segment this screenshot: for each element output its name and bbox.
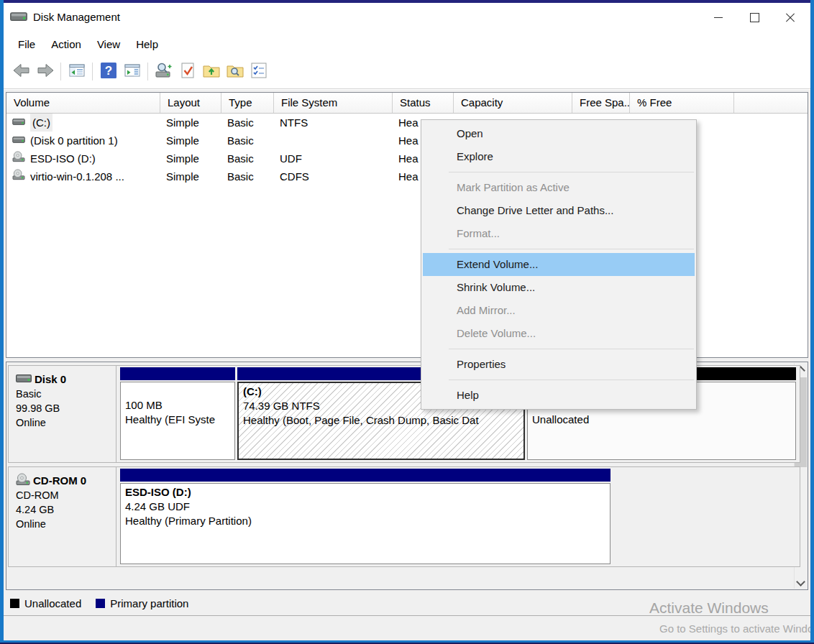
window-border-right [810,0,814,644]
context-menu-item-mark-partition-as-active: Mark Partition as Active [423,176,695,199]
menubar-item-help[interactable]: Help [128,35,166,53]
context-menu-item-change-drive-letter-and-paths[interactable]: Change Drive Letter and Paths... [423,199,695,222]
toolbar-button-rescan-disks[interactable] [152,61,175,83]
cell: Simple [160,132,221,150]
status-bar [4,615,810,641]
context-menu-item-add-mirror: Add Mirror... [423,299,695,322]
disk-attribute: Online [16,517,116,531]
disk-icon [16,372,32,387]
toolbar-separator [147,63,148,80]
legend: UnallocatedPrimary partition [10,597,188,610]
volume-name: virtio-win-0.1.208 ... [30,167,124,185]
cell: Basic [221,132,274,150]
window-controls [700,3,808,32]
toolbar-button-help[interactable]: ? [96,61,120,83]
toolbar-button-checklist[interactable] [247,61,270,83]
column-header-capacity[interactable]: Capacity [454,93,572,113]
toolbar-button-folder-up[interactable] [199,61,223,83]
toolbar-separator [92,63,93,80]
toolbar-button-console-tree[interactable] [65,61,88,83]
legend-color-swatch [10,599,19,608]
help-icon: ? [99,62,118,82]
partition-size: 4.24 GB UDF [125,500,605,514]
partition-type-bar [120,469,610,482]
disk-info-panel[interactable]: CD-ROM 0CD-ROM4.24 GBOnline [9,467,116,566]
cell: NTFS [274,114,393,132]
legend-item-primary-partition: Primary partition [96,597,188,610]
context-menu-item-open[interactable]: Open [423,122,695,145]
column-header-file-system[interactable]: File System [274,93,393,113]
context-menu-separator [449,380,694,380]
menubar-item-view[interactable]: View [89,35,128,53]
window-border-top [0,0,814,3]
toolbar-button-forward[interactable] [33,61,57,83]
partition-body: 100 MBHealthy (EFI Syste [120,382,235,460]
disk-name-text: Disk 0 [35,373,66,385]
column-header-type[interactable]: Type [221,93,274,113]
column-header-status[interactable]: Status [393,93,454,113]
cell: (C:) [6,114,160,132]
context-menu: OpenExploreMark Partition as ActiveChang… [421,119,697,410]
cell: ESD-ISO (D:) [6,150,160,167]
context-menu-item-shrink-volume[interactable]: Shrink Volume... [423,276,695,299]
partition-region[interactable]: ESD-ISO (D:)4.24 GB UDFHealthy (Primary … [120,469,610,565]
disk-info-panel[interactable]: Disk 0Basic99.98 GBOnline [9,366,116,462]
cell: UDF [274,150,393,167]
minimize-button[interactable] [700,3,736,32]
close-button[interactable] [772,3,808,32]
disk-name: Disk 0 [16,372,116,387]
menubar-item-file[interactable]: File [10,35,43,53]
toolbar-button-check-document[interactable] [175,61,199,83]
chevron-down-icon [796,577,805,586]
disk-icon [12,114,25,132]
disk-attribute: Basic [16,387,116,401]
context-menu-item-help[interactable]: Help [423,384,695,407]
toolbar: ? [4,55,810,89]
cell: CDFS [274,167,393,185]
cell: Simple [160,114,221,132]
disk-attribute: 4.24 GB [16,502,116,517]
partition-status: Healthy (Primary Partition) [125,514,605,528]
volume-table-header: VolumeLayoutTypeFile SystemStatusCapacit… [6,93,808,114]
context-menu-item-extend-volume[interactable]: Extend Volume... [423,253,695,276]
volume-name: ESD-ISO (D:) [30,150,96,167]
partition-status: Healthy (EFI Syste [125,413,230,427]
volume-name: (C:) [30,114,52,132]
cell: Simple [160,167,221,185]
toolbar-button-back[interactable] [9,61,33,83]
context-menu-item-delete-volume: Delete Volume... [423,322,695,345]
partition-status: Healthy (Boot, Page File, Crash Dump, Ba… [243,413,519,428]
scroll-down-button[interactable] [795,576,807,589]
disk-icon [12,132,25,150]
toolbar-button-folder-search[interactable] [223,61,247,83]
volume-name: (Disk 0 partition 1) [30,132,118,150]
window-border-left [0,0,4,644]
context-menu-item-format: Format... [423,222,695,245]
svg-text:?: ? [104,64,111,78]
app-icon [10,9,27,24]
partition-status: Unallocated [532,413,791,427]
menubar-item-action[interactable]: Action [43,35,89,53]
window-border-bottom [0,640,814,644]
window-title: Disk Management [33,11,120,23]
column-header-volume[interactable]: Volume [6,93,160,113]
context-menu-separator [449,349,694,349]
cell: Basic [221,150,274,167]
disk-name-text: CD-ROM 0 [33,474,86,487]
column-header-layout[interactable]: Layout [160,93,221,113]
folder-search-icon [226,62,244,82]
maximize-button[interactable] [736,3,772,32]
toolbar-button-action-pane[interactable] [120,61,144,83]
partition-text: 100 MBHealthy (EFI Syste [121,382,234,428]
console-tree-icon [68,62,86,82]
forward-icon [36,62,55,82]
context-menu-item-properties[interactable]: Properties [423,353,695,376]
partition-region[interactable]: 100 MBHealthy (EFI Syste [120,367,235,461]
legend-label: Primary partition [110,597,188,610]
column-header-free-spa-[interactable]: Free Spa... [572,93,630,113]
legend-item-unallocated: Unallocated [10,597,81,610]
column-header--free[interactable]: % Free [630,93,734,113]
context-menu-item-explore[interactable]: Explore [423,145,695,168]
disk-attribute: 99.98 GB [16,401,116,415]
cd-icon [16,473,30,488]
